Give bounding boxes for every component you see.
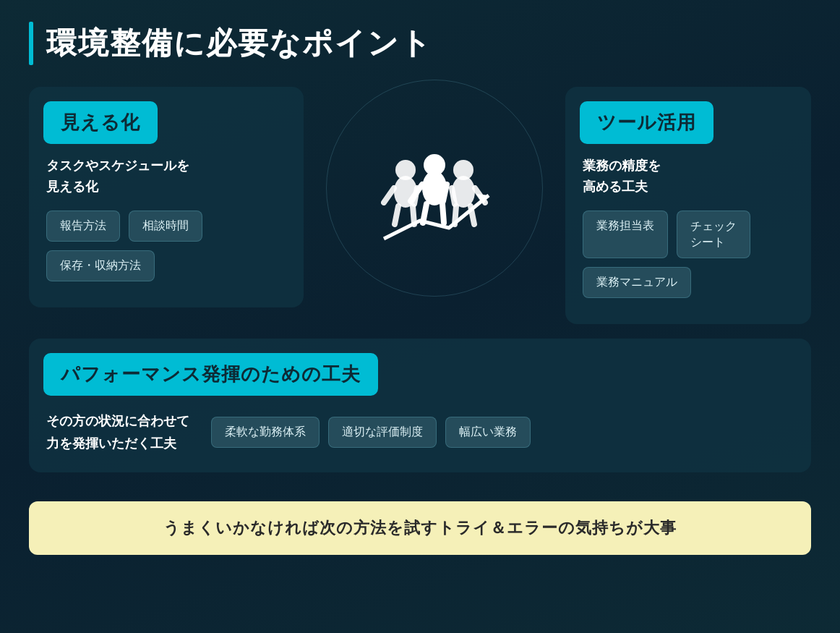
tag-tantou: 業務担当表 xyxy=(583,211,668,259)
bottom-banner: うまくいかなければ次の方法を試すトライ＆エラーの気持ちが大事 xyxy=(29,501,811,555)
svg-line-9 xyxy=(443,184,447,201)
mieruka-tags-row1: 報告方法 相談時間 xyxy=(46,211,286,242)
tool-tags-row2: 業務マニュアル xyxy=(583,267,794,298)
svg-line-2 xyxy=(384,188,394,203)
box-mieruka: 見える化 タスクやスケジュールを見える化 報告方法 相談時間 保存・収納方法 xyxy=(29,87,304,307)
box-tool-title: ツール活用 xyxy=(597,111,696,133)
box-tool: ツール活用 業務の精度を高める工夫 業務担当表 チェックシート 業務マニュアル xyxy=(565,87,811,324)
tag-sodanjikan: 相談時間 xyxy=(129,211,202,242)
top-row: 見える化 タスクやスケジュールを見える化 報告方法 相談時間 保存・収納方法 xyxy=(29,87,811,324)
tag-hozon: 保存・収納方法 xyxy=(46,250,155,281)
svg-line-14 xyxy=(452,188,455,204)
box-performance-header: パフォーマンス発揮のための工夫 xyxy=(43,353,378,396)
performance-desc-line2: 力を発揮いただく工夫 xyxy=(46,433,189,455)
box-mieruka-title: 見える化 xyxy=(61,111,140,133)
title-area: 環境整備に必要なポイント xyxy=(29,22,811,65)
tag-gyomu: 幅広い業務 xyxy=(445,417,531,448)
tag-hyoka: 適切な評価制度 xyxy=(328,417,437,448)
tag-check: チェックシート xyxy=(677,211,750,259)
svg-line-4 xyxy=(395,206,398,224)
title-accent-bar xyxy=(29,22,33,65)
performance-desc-line1: その方の状況に合わせて xyxy=(46,410,189,433)
box-tool-desc: 業務の精度を高める工夫 xyxy=(583,156,794,197)
banner-text: うまくいかなければ次の方法を試すトライ＆エラーの気持ちが大事 xyxy=(51,517,789,539)
tag-kinmu: 柔軟な勤務体系 xyxy=(211,417,320,448)
people-chart-icon xyxy=(362,116,507,260)
tool-tags-row1: 業務担当表 チェックシート xyxy=(583,211,794,259)
box-performance: パフォーマンス発揮のための工夫 その方の状況に合わせて 力を発揮いただく工夫 柔… xyxy=(29,339,811,472)
svg-line-5 xyxy=(413,206,414,224)
performance-desc-area: その方の状況に合わせて 力を発揮いただく工夫 xyxy=(46,410,189,454)
tag-hokokouhouhou: 報告方法 xyxy=(46,211,120,242)
box-performance-inner: その方の状況に合わせて 力を発揮いただく工夫 柔軟な勤務体系 適切な評価制度 幅… xyxy=(29,396,811,472)
center-illustration xyxy=(325,87,544,289)
main-content: 見える化 タスクやスケジュールを見える化 報告方法 相談時間 保存・収納方法 xyxy=(29,87,811,555)
tag-manual: 業務マニュアル xyxy=(583,267,691,298)
svg-line-11 xyxy=(442,204,444,223)
page-title: 環境整備に必要なポイント xyxy=(46,23,432,64)
box-tool-body: 業務の精度を高める工夫 業務担当表 チェックシート 業務マニュアル xyxy=(565,144,811,324)
page-container: 環境整備に必要なポイント 見える化 タスクやスケジュールを見える化 報告方法 相… xyxy=(0,0,840,633)
box-mieruka-header: 見える化 xyxy=(43,101,158,144)
box-mieruka-desc: タスクやスケジュールを見える化 xyxy=(46,156,286,197)
box-tool-header: ツール活用 xyxy=(580,101,713,144)
performance-tags: 柔軟な勤務体系 適切な評価制度 幅広い業務 xyxy=(211,417,531,448)
mieruka-tags-row2: 保存・収納方法 xyxy=(46,250,286,281)
box-performance-title: パフォーマンス発揮のための工夫 xyxy=(61,363,361,385)
box-mieruka-body: タスクやスケジュールを見える化 報告方法 相談時間 保存・収納方法 xyxy=(29,144,304,307)
